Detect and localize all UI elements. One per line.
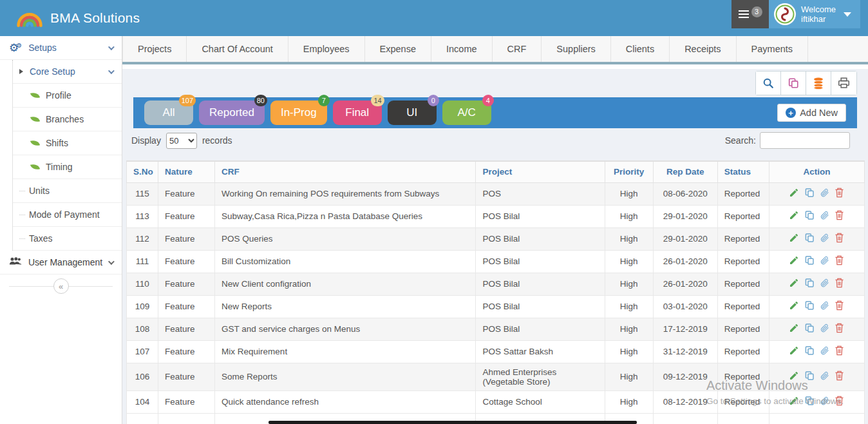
tab-crf[interactable]: CRF: [493, 36, 542, 62]
tab-chart-of-account[interactable]: Chart Of Account: [187, 36, 288, 62]
page-size-select[interactable]: 50: [166, 133, 197, 149]
cell-action: [769, 182, 864, 205]
sidebar-item-label: Taxes: [29, 233, 53, 244]
user-menu[interactable]: Welcome iftikhar: [769, 0, 860, 28]
table-row: 108 Feature GST and service charges on M…: [127, 318, 865, 340]
delete-icon[interactable]: [835, 300, 844, 311]
delete-icon[interactable]: [835, 278, 844, 288]
delete-icon[interactable]: [835, 371, 844, 381]
tab-employees[interactable]: Employees: [288, 36, 365, 62]
cell-status: Reported: [717, 318, 769, 340]
filter-final[interactable]: Final14: [333, 101, 382, 125]
col-header-priority[interactable]: Priority: [605, 161, 653, 182]
attachment-icon[interactable]: [820, 255, 829, 265]
sidebar-item-units[interactable]: Units: [13, 179, 122, 203]
edit-icon[interactable]: [789, 188, 799, 198]
sidebar-item-core-setup[interactable]: Core Setup: [13, 60, 122, 84]
collapse-sidebar-button[interactable]: «: [53, 278, 69, 294]
sidebar-item-branches[interactable]: Branches: [13, 108, 122, 131]
attachment-icon[interactable]: [820, 233, 829, 243]
attachment-icon[interactable]: [820, 278, 829, 288]
sidebar-item-setups[interactable]: ⚙⚙ Setups: [0, 36, 122, 60]
delete-icon[interactable]: [835, 345, 844, 356]
attachment-icon[interactable]: [820, 371, 829, 381]
edit-icon[interactable]: [789, 233, 799, 243]
attachment-icon[interactable]: [820, 345, 829, 356]
cell-project: POS Bilal: [476, 250, 605, 273]
print-button[interactable]: [831, 72, 856, 95]
edit-icon[interactable]: [789, 278, 799, 288]
delete-icon[interactable]: [835, 396, 844, 406]
cell-rep-date: 29-01-2020: [653, 227, 717, 250]
horizontal-scrollbar[interactable]: [269, 421, 637, 424]
filter-reported[interactable]: Reported80: [199, 101, 265, 125]
edit-icon[interactable]: [789, 345, 799, 356]
cell-status: Reported: [717, 273, 769, 295]
sidebar-item-mode-of-payment[interactable]: Mode of Payment: [13, 203, 122, 227]
tab-clients[interactable]: Clients: [611, 36, 670, 62]
attachment-icon[interactable]: [820, 323, 829, 333]
search-input[interactable]: [760, 132, 850, 149]
col-header-project[interactable]: Project: [476, 161, 605, 182]
copy-icon[interactable]: [804, 345, 815, 356]
copy-icon[interactable]: [804, 188, 815, 198]
filter-ui[interactable]: UI0: [388, 101, 437, 125]
sidebar-item-shifts[interactable]: Shifts: [13, 131, 122, 155]
filter-a-c[interactable]: A/C4: [442, 101, 491, 125]
add-new-button[interactable]: + Add New: [777, 104, 846, 122]
cell-action: [769, 413, 864, 424]
filter-label: A/C: [458, 106, 476, 119]
delete-icon[interactable]: [835, 233, 844, 243]
copy-button[interactable]: [781, 72, 806, 95]
filter-all[interactable]: All107: [144, 101, 193, 125]
edit-icon[interactable]: [789, 396, 799, 406]
export-data-button[interactable]: [806, 72, 831, 95]
attachment-icon[interactable]: [820, 300, 829, 311]
sidebar-item-taxes[interactable]: Taxes: [13, 227, 122, 251]
cell-sno: 115: [127, 182, 158, 205]
tab-suppliers[interactable]: Suppliers: [542, 36, 610, 62]
sidebar-item-profile[interactable]: Profile: [13, 84, 122, 108]
col-header-rep-date[interactable]: Rep Date: [653, 161, 717, 182]
edit-icon[interactable]: [789, 255, 799, 265]
copy-icon[interactable]: [804, 323, 815, 333]
col-header-action[interactable]: Action: [769, 161, 864, 182]
copy-icon[interactable]: [804, 278, 815, 288]
copy-icon[interactable]: [804, 396, 815, 406]
tab-receipts[interactable]: Receipts: [670, 36, 736, 62]
copy-icon: [788, 77, 799, 89]
sidebar-item-timing[interactable]: Timing: [13, 155, 122, 179]
col-header-crf[interactable]: CRF: [215, 161, 476, 182]
copy-icon[interactable]: [804, 371, 815, 381]
filter-in-prog[interactable]: In-Prog7: [270, 101, 327, 125]
delete-icon[interactable]: [835, 188, 844, 198]
table-row: 113 Feature Subway,Casa Rica,Pizza n Pas…: [127, 205, 865, 227]
tab-payments[interactable]: Payments: [737, 36, 808, 62]
attachment-icon[interactable]: [820, 210, 829, 220]
delete-icon[interactable]: [835, 323, 844, 333]
col-header-status[interactable]: Status: [717, 161, 769, 182]
copy-icon[interactable]: [804, 210, 815, 220]
edit-icon[interactable]: [789, 210, 799, 220]
table-row: 115 Feature Working On remaining POS req…: [127, 182, 865, 205]
copy-icon[interactable]: [804, 233, 815, 243]
sidebar-item-user-management[interactable]: User Management: [0, 251, 122, 275]
delete-icon[interactable]: [835, 210, 844, 220]
tab-projects[interactable]: Projects: [122, 36, 187, 62]
cell-project: POS Sattar Baksh: [476, 340, 605, 363]
edit-icon[interactable]: [789, 323, 799, 333]
notifications-button[interactable]: 3: [731, 0, 769, 28]
edit-icon[interactable]: [789, 300, 799, 311]
app-window: BMA Solutions 3 Welcome iftikhar: [0, 0, 868, 424]
copy-icon[interactable]: [804, 300, 815, 311]
edit-icon[interactable]: [789, 371, 799, 381]
attachment-icon[interactable]: [820, 188, 829, 198]
copy-icon[interactable]: [804, 255, 815, 265]
tab-income[interactable]: Income: [431, 36, 493, 62]
tab-expense[interactable]: Expense: [365, 36, 431, 62]
search-button[interactable]: [756, 72, 781, 95]
attachment-icon[interactable]: [820, 396, 829, 406]
col-header-sno[interactable]: S.No: [127, 161, 158, 182]
delete-icon[interactable]: [835, 255, 844, 265]
col-header-nature[interactable]: Nature: [158, 161, 215, 182]
